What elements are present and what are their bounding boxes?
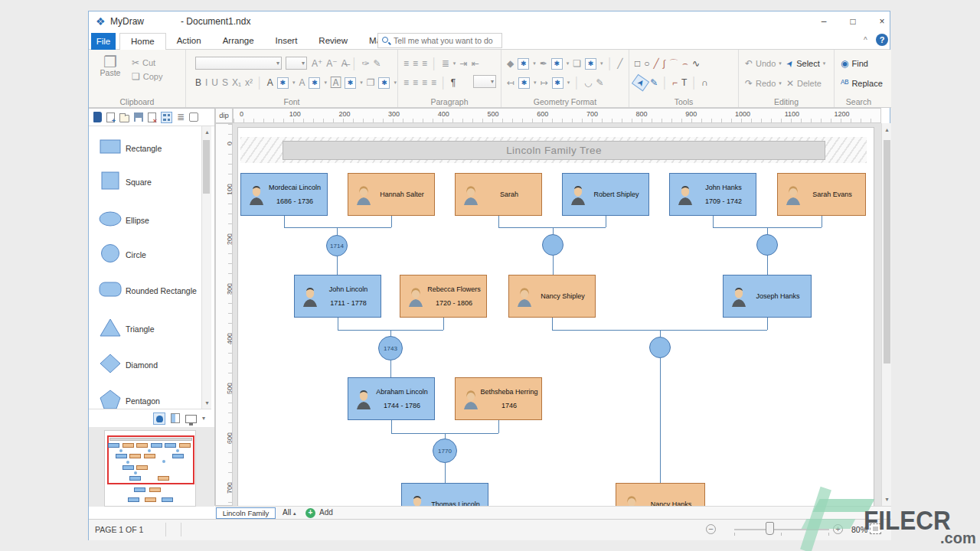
shadow-gallery-icon[interactable]: ✱ <box>585 58 596 70</box>
shape-item-circle[interactable]: Circle <box>89 243 201 266</box>
zoom-slider-handle[interactable] <box>766 522 774 535</box>
union-node[interactable] <box>542 234 564 256</box>
person-node[interactable]: John Lincoln1711 - 1778 <box>294 275 381 318</box>
fill-style-icon[interactable]: ◆ <box>507 57 514 70</box>
file-menu-button[interactable]: File <box>91 33 116 50</box>
fill-gallery-icon[interactable]: ✱ <box>518 58 529 70</box>
stroke-style-icon[interactable]: ✒ <box>540 57 547 70</box>
text-tool-icon[interactable]: T <box>681 77 687 89</box>
minimize-button[interactable]: – <box>812 15 835 28</box>
geometry-painter-icon[interactable]: ✎ <box>596 77 603 89</box>
person-node[interactable]: Hannah Salter <box>348 173 435 216</box>
begin-arrowhead-gallery-icon[interactable]: ✱ <box>518 77 530 89</box>
collapse-ribbon-icon[interactable]: ^ <box>864 36 867 44</box>
scroll-down-icon[interactable]: ▾ <box>202 397 212 409</box>
style-painter-icon[interactable]: ✎ <box>374 57 381 70</box>
thumbnails-view-icon[interactable] <box>161 112 172 123</box>
text-outline-icon[interactable]: 🄰 <box>331 77 341 89</box>
diagram-title[interactable]: Lincoln Family Tree <box>283 141 825 160</box>
pages-icon[interactable] <box>171 413 180 423</box>
begin-arrowhead-dropdown-icon[interactable]: ▾ <box>534 77 537 89</box>
person-node[interactable]: Mordecai Lincoln1686 - 1736 <box>240 173 328 216</box>
connector-line[interactable] <box>390 330 391 336</box>
library-icon[interactable] <box>93 112 102 122</box>
search-input[interactable] <box>394 34 499 47</box>
corner-rounding-icon[interactable]: ◡ <box>584 77 592 89</box>
end-arrowhead-gallery-icon[interactable]: ✱ <box>552 77 564 89</box>
person-node[interactable]: Nancy Shipley <box>508 275 596 318</box>
person-node[interactable]: Sarah <box>455 173 542 216</box>
undo-button[interactable]: ↶Undo▾ <box>745 57 782 70</box>
elliptical-arc-tool-icon[interactable]: ⌢ <box>682 57 688 70</box>
find-button[interactable]: ◉Find <box>841 57 868 70</box>
remove-library-icon[interactable] <box>148 112 156 122</box>
add-page-icon[interactable]: + <box>305 508 315 518</box>
begin-arrowhead-icon[interactable]: ↤ <box>507 77 514 89</box>
person-node[interactable]: Robert Shipley <box>562 173 649 216</box>
undo-dropdown-icon[interactable]: ▾ <box>779 57 782 70</box>
shadow-dropdown-icon[interactable]: ▾ <box>600 57 603 70</box>
union-node[interactable] <box>649 337 671 358</box>
union-node[interactable] <box>756 234 778 256</box>
connector-line[interactable] <box>660 358 661 483</box>
replace-button[interactable]: ᴬᴮReplace <box>841 77 883 90</box>
pan-tool-icon[interactable] <box>153 412 165 425</box>
rectangle-tool-icon[interactable]: □ <box>635 57 640 70</box>
connector-line[interactable] <box>552 318 553 330</box>
shape-item-diamond[interactable]: Diamond <box>89 354 201 377</box>
italic-icon[interactable]: I <box>205 77 207 89</box>
tab-home[interactable]: Home <box>119 33 166 51</box>
end-arrowhead-dropdown-icon[interactable]: ▾ <box>567 77 570 89</box>
zoom-out-icon[interactable]: − <box>706 524 716 534</box>
connector-line[interactable] <box>660 330 661 337</box>
align-justify-icon[interactable]: ≡ <box>431 77 436 89</box>
line-tool-icon[interactable]: ╱ <box>654 57 659 70</box>
redo-dropdown-icon[interactable]: ▾ <box>779 77 782 90</box>
connector-line[interactable] <box>390 360 391 377</box>
geometry-eyedropper-icon[interactable]: ╱ <box>617 57 622 70</box>
valign-middle-icon[interactable]: ≡ <box>413 57 418 70</box>
connector-line[interactable] <box>391 420 392 433</box>
shape-item-triangle[interactable]: Triangle <box>89 318 201 341</box>
select-dropdown-icon[interactable]: ▾ <box>823 57 826 70</box>
pointer-tool-icon[interactable]: ➤ <box>632 74 649 92</box>
stroke-gallery-icon[interactable]: ✱ <box>551 58 563 70</box>
tab-action[interactable]: Action <box>166 33 212 50</box>
canvas-vertical-scrollbar[interactable]: ▴ ▾ <box>881 123 891 506</box>
union-node[interactable]: 1743 <box>378 336 403 360</box>
connector-line[interactable] <box>767 318 768 330</box>
zoom-slider-track[interactable] <box>734 529 829 530</box>
preview-monitor-icon[interactable] <box>185 415 197 423</box>
person-node[interactable]: Sarah Evans <box>777 173 866 216</box>
page-tab[interactable]: Lincoln Family Tree <box>216 507 276 519</box>
pencil-tool-icon[interactable]: ✎ <box>650 77 658 89</box>
redo-button[interactable]: ↷Redo▾ <box>745 77 782 90</box>
font-color-gallery-icon[interactable]: ✱ <box>277 77 289 89</box>
bullet-list-dropdown-icon[interactable]: ▾ <box>453 57 456 70</box>
grow-font-icon[interactable]: A⁺ <box>312 57 322 70</box>
preview-options-dropdown-icon[interactable]: ▾ <box>202 415 205 422</box>
open-library-icon[interactable] <box>119 115 129 122</box>
strikethrough-icon[interactable]: S <box>222 77 228 89</box>
shape-item-pentagon[interactable]: Pentagon <box>89 390 201 409</box>
shape-item-ellipse[interactable]: Ellipse <box>89 209 201 232</box>
text-effects-icon[interactable]: ❐ <box>367 77 375 89</box>
connector-line[interactable] <box>337 256 338 275</box>
style-eyedropper-icon[interactable]: ✑ <box>361 57 369 70</box>
scroll-up-icon[interactable]: ▴ <box>202 126 212 138</box>
tab-review[interactable]: Review <box>308 33 358 50</box>
person-node[interactable]: John Hanks1709 - 1742 <box>669 173 756 216</box>
text-outline-dropdown-icon[interactable]: ▾ <box>360 77 363 89</box>
connector-line[interactable] <box>337 227 338 235</box>
page-thumbnail[interactable] <box>104 430 196 507</box>
shape-item-rrect[interactable]: Rounded Rectangle <box>89 279 201 302</box>
font-family-combo[interactable] <box>195 57 282 70</box>
connector-line[interactable] <box>284 216 285 227</box>
person-node[interactable]: Abraham Lincoln1744 - 1786 <box>348 377 435 420</box>
subscript-icon[interactable]: X₁ <box>232 77 241 89</box>
shape-item-square[interactable]: Square <box>89 171 201 194</box>
valign-top-icon[interactable]: ≡ <box>403 57 409 70</box>
list-view-icon[interactable]: ≣ <box>177 112 185 122</box>
connector-line[interactable] <box>391 216 392 227</box>
connector-line[interactable] <box>767 227 768 234</box>
